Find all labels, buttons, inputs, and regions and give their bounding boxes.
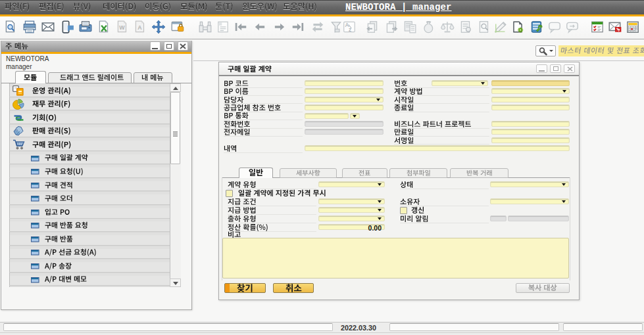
svg-text:A: A [137,24,142,31]
svg-text:W: W [119,24,125,31]
